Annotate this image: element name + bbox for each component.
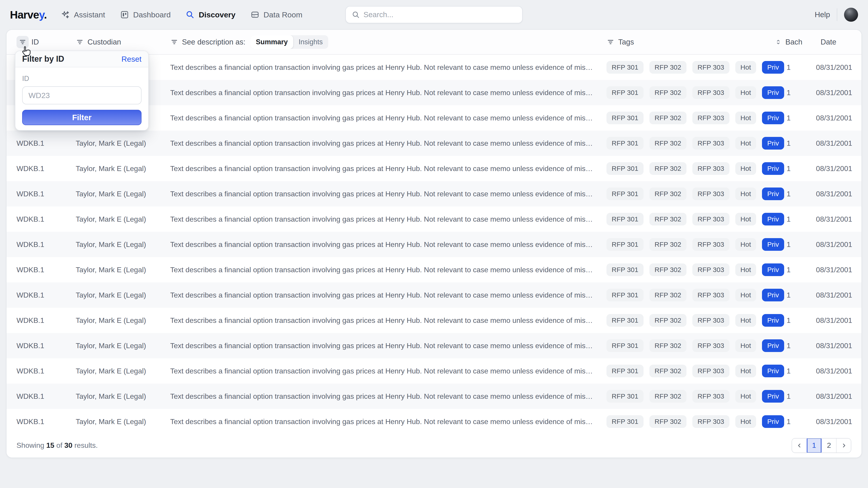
- nav-item-dashboard[interactable]: Dashboard: [120, 10, 170, 19]
- tag-chip-hot[interactable]: Hot: [735, 390, 756, 402]
- tag-chip-rfp-302[interactable]: RFP 302: [649, 213, 686, 225]
- tag-chip-hot[interactable]: Hot: [735, 86, 756, 99]
- filter-icon[interactable]: [607, 38, 615, 46]
- tag-chip-rfp-302[interactable]: RFP 302: [649, 314, 686, 327]
- tag-chip-rfp-303[interactable]: RFP 303: [692, 390, 730, 402]
- toggle-option-summary[interactable]: Summary: [250, 35, 293, 49]
- tag-chip-rfp-301[interactable]: RFP 301: [607, 339, 644, 352]
- table-row[interactable]: WDKB.1 Taylor, Mark E (Legal) Text descr…: [6, 131, 862, 156]
- tag-chip-rfp-301[interactable]: RFP 301: [607, 390, 644, 402]
- tag-chip-hot[interactable]: Hot: [735, 213, 756, 225]
- cell-description: Text describes a financial option transa…: [170, 240, 607, 249]
- nav-item-data-room[interactable]: Data Room: [250, 10, 303, 19]
- tag-chip-rfp-302[interactable]: RFP 302: [649, 61, 686, 74]
- tag-chip-rfp-301[interactable]: RFP 301: [607, 213, 644, 225]
- tag-chip-rfp-303[interactable]: RFP 303: [692, 86, 730, 99]
- tag-chip-hot[interactable]: Hot: [735, 289, 756, 301]
- tag-chip-rfp-303[interactable]: RFP 303: [692, 289, 730, 301]
- page-button-1[interactable]: 1: [807, 438, 822, 453]
- tag-chip-rfp-301[interactable]: RFP 301: [607, 188, 644, 200]
- prev-page-button[interactable]: [792, 438, 807, 453]
- table-row[interactable]: WDKB.1 Taylor, Mark E (Legal) Text descr…: [6, 181, 862, 206]
- tag-chip-rfp-302[interactable]: RFP 302: [649, 415, 686, 428]
- tag-chip-rfp-303[interactable]: RFP 303: [692, 339, 730, 352]
- tag-chip-rfp-302[interactable]: RFP 302: [649, 365, 686, 377]
- tag-chip-rfp-303[interactable]: RFP 303: [692, 111, 730, 124]
- tag-chip-rfp-301[interactable]: RFP 301: [607, 162, 644, 175]
- tag-chip-rfp-301[interactable]: RFP 301: [607, 263, 644, 276]
- id-filter-input[interactable]: [22, 86, 142, 104]
- nav-item-discovery[interactable]: Discovery: [186, 10, 236, 19]
- table-row[interactable]: WDKB.1 Taylor, Mark E (Legal) Text descr…: [6, 409, 862, 434]
- tag-chip-hot[interactable]: Hot: [735, 238, 756, 251]
- tag-chip-rfp-302[interactable]: RFP 302: [649, 111, 686, 124]
- tag-chip-hot[interactable]: Hot: [735, 162, 756, 175]
- tag-chip-rfp-302[interactable]: RFP 302: [649, 263, 686, 276]
- filter-submit-button[interactable]: Filter: [22, 110, 142, 125]
- table-row[interactable]: WDKB.1 Taylor, Mark E (Legal) Text descr…: [6, 333, 862, 358]
- sort-icon[interactable]: [775, 39, 782, 45]
- table-row[interactable]: WDKB.1 Taylor, Mark E (Legal) Text descr…: [6, 156, 862, 181]
- next-page-button[interactable]: [836, 438, 851, 453]
- tag-chip-rfp-303[interactable]: RFP 303: [692, 61, 730, 74]
- cell-id: WDKB.1: [17, 341, 76, 350]
- toggle-option-insights[interactable]: Insights: [293, 35, 328, 49]
- tag-chip-rfp-303[interactable]: RFP 303: [692, 314, 730, 327]
- tag-chip-hot[interactable]: Hot: [735, 137, 756, 150]
- tag-chip-rfp-301[interactable]: RFP 301: [607, 314, 644, 327]
- tag-chip-rfp-302[interactable]: RFP 302: [649, 162, 686, 175]
- top-nav: Harvey. Assistant Dashboard Discovery: [0, 0, 868, 29]
- tag-chip-rfp-303[interactable]: RFP 303: [692, 188, 730, 200]
- cell-tags: RFP 301RFP 302RFP 303HotPriv: [607, 339, 773, 352]
- tag-chip-rfp-301[interactable]: RFP 301: [607, 111, 644, 124]
- tag-chip-rfp-301[interactable]: RFP 301: [607, 238, 644, 251]
- tag-chip-rfp-303[interactable]: RFP 303: [692, 162, 730, 175]
- cell-id: WDKB.1: [17, 291, 76, 299]
- tag-chip-hot[interactable]: Hot: [735, 111, 756, 124]
- tag-chip-rfp-303[interactable]: RFP 303: [692, 238, 730, 251]
- table-row[interactable]: WDKB.1 Taylor, Mark E (Legal) Text descr…: [6, 308, 862, 333]
- tag-chip-rfp-303[interactable]: RFP 303: [692, 263, 730, 276]
- tag-chip-rfp-303[interactable]: RFP 303: [692, 213, 730, 225]
- cell-date: 08/31/2001: [805, 341, 852, 350]
- tag-chip-hot[interactable]: Hot: [735, 339, 756, 352]
- filter-icon[interactable]: [170, 38, 178, 46]
- tag-chip-rfp-302[interactable]: RFP 302: [649, 289, 686, 301]
- search-input[interactable]: [364, 10, 516, 19]
- tag-chip-rfp-302[interactable]: RFP 302: [649, 137, 686, 150]
- tag-chip-rfp-303[interactable]: RFP 303: [692, 137, 730, 150]
- user-avatar[interactable]: [844, 8, 858, 22]
- tag-chip-hot[interactable]: Hot: [735, 61, 756, 74]
- tag-chip-hot[interactable]: Hot: [735, 365, 756, 377]
- tag-chip-rfp-303[interactable]: RFP 303: [692, 415, 730, 428]
- tag-chip-hot[interactable]: Hot: [735, 188, 756, 200]
- tag-chip-rfp-302[interactable]: RFP 302: [649, 86, 686, 99]
- harvey-logo[interactable]: Harvey.: [10, 8, 47, 21]
- tag-chip-hot[interactable]: Hot: [735, 263, 756, 276]
- table-row[interactable]: WDKB.1 Taylor, Mark E (Legal) Text descr…: [6, 384, 862, 409]
- reset-link[interactable]: Reset: [121, 55, 142, 64]
- help-link[interactable]: Help: [815, 10, 830, 19]
- tag-chip-rfp-301[interactable]: RFP 301: [607, 415, 644, 428]
- tag-chip-rfp-302[interactable]: RFP 302: [649, 188, 686, 200]
- column-label-description: See description as:: [182, 38, 246, 46]
- nav-item-assistant[interactable]: Assistant: [61, 10, 105, 19]
- table-row[interactable]: WDKB.1 Taylor, Mark E (Legal) Text descr…: [6, 358, 862, 384]
- tag-chip-rfp-302[interactable]: RFP 302: [649, 339, 686, 352]
- tag-chip-rfp-301[interactable]: RFP 301: [607, 61, 644, 74]
- tag-chip-rfp-302[interactable]: RFP 302: [649, 238, 686, 251]
- filter-icon[interactable]: [76, 38, 84, 46]
- table-row[interactable]: WDKB.1 Taylor, Mark E (Legal) Text descr…: [6, 283, 862, 308]
- tag-chip-hot[interactable]: Hot: [735, 415, 756, 428]
- tag-chip-rfp-302[interactable]: RFP 302: [649, 390, 686, 402]
- tag-chip-rfp-301[interactable]: RFP 301: [607, 86, 644, 99]
- tag-chip-rfp-301[interactable]: RFP 301: [607, 137, 644, 150]
- table-row[interactable]: WDKB.1 Taylor, Mark E (Legal) Text descr…: [6, 206, 862, 232]
- tag-chip-hot[interactable]: Hot: [735, 314, 756, 327]
- tag-chip-rfp-303[interactable]: RFP 303: [692, 365, 730, 377]
- table-row[interactable]: WDKB.1 Taylor, Mark E (Legal) Text descr…: [6, 232, 862, 257]
- table-row[interactable]: WDKB.1 Taylor, Mark E (Legal) Text descr…: [6, 257, 862, 283]
- tag-chip-rfp-301[interactable]: RFP 301: [607, 289, 644, 301]
- page-button-2[interactable]: 2: [822, 438, 836, 453]
- tag-chip-rfp-301[interactable]: RFP 301: [607, 365, 644, 377]
